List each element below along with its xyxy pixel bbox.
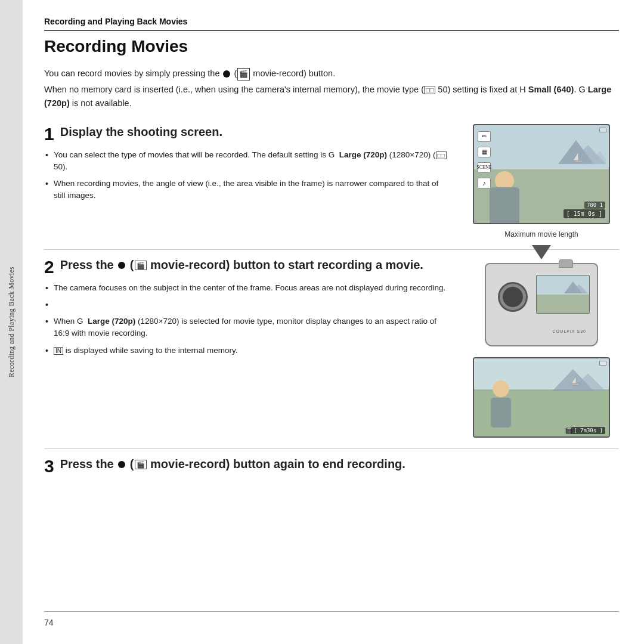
record-btn-icon-2 (118, 262, 125, 269)
step-1-right: ✏ ▦ SCENE ♪ 780 1 [ 15m 0s ] Maximum mov… (464, 124, 619, 239)
sidebar: Recording and Playing Back Movies (0, 0, 23, 644)
step-3-row: 3 Press the (🎬 movie-record) button agai… (44, 456, 619, 481)
widescreen-sailboat-icon (570, 376, 582, 386)
intro-line1: You can record movies by simply pressing… (44, 67, 619, 80)
camera-top-button (559, 259, 573, 268)
movie-icon-2: 🎬 (135, 261, 147, 270)
music-icon: ♪ (478, 178, 491, 188)
camera-body-container: COOLPIX S30 (473, 257, 610, 352)
sailboat-icon (572, 152, 585, 163)
main-content: Recording and Playing Back Movies Record… (23, 0, 644, 644)
page-number: 74 (44, 618, 619, 627)
arrow-down-icon (532, 245, 551, 259)
camera-lens (498, 282, 528, 312)
step-1-bullet-2: When recording movies, the angle of view… (44, 178, 452, 202)
screen-caption-1: Maximum movie length (504, 230, 578, 239)
page-title: Recording Movies (44, 37, 619, 56)
corner-indicator (599, 128, 606, 132)
scene-icon: SCENE (478, 162, 491, 173)
top-rule (44, 30, 619, 31)
pencil-icon: ✏ (478, 131, 491, 142)
step-2-heading: 2 Press the (🎬 movie-record) button to s… (44, 257, 452, 276)
camera-screen-1: ✏ ▦ SCENE ♪ 780 1 [ 15m 0s ] (473, 124, 610, 224)
widescreen-person-icon (486, 377, 516, 436)
step-1-row: 1 Display the shooting screen. You can s… (44, 124, 619, 239)
step-1-left: 1 Display the shooting screen. You can s… (44, 124, 464, 239)
widescreen-scene: 🎬 [ 7m30s ] (474, 358, 609, 436)
intro-line2-text: When no memory card is inserted (i.e., w… (44, 85, 611, 108)
movie-icon-3: 🎬 (135, 460, 147, 469)
movie-icon-box: 🎬 (237, 68, 250, 80)
step-2-heading-text: Press the (🎬 movie-record) button to sta… (60, 258, 423, 271)
ws-timer: [ 7m30s ] (571, 427, 605, 434)
step-2-bullet-1: The camera focuses on the subject in the… (44, 282, 452, 294)
step-divider-2 (44, 448, 619, 449)
record-button-icon (223, 70, 230, 78)
step-1-number: 1 (44, 125, 54, 143)
grid-icon: ▦ (478, 147, 491, 157)
step-2-right: COOLPIX S30 (464, 257, 619, 438)
camera-wrapper: COOLPIX S30 (485, 263, 598, 346)
steps-area: 1 Display the shooting screen. You can s… (44, 113, 619, 627)
step-1-heading: 1 Display the shooting screen. (44, 124, 452, 143)
section-header: Recording and Playing Back Movies (44, 17, 619, 26)
step-3-number: 3 (44, 457, 54, 475)
ws-corner-indicator (599, 361, 606, 366)
step-3-heading-text: Press the (🎬 movie-record) button again … (60, 457, 405, 470)
page: Recording and Playing Back Movies Record… (0, 0, 644, 644)
camera-small-screen (536, 275, 590, 314)
camera-screen-widescreen: 🎬 [ 7m30s ] (473, 357, 610, 438)
step-2-bullet-4: IN is displayed while saving to the inte… (44, 345, 452, 357)
bottom-rule (44, 611, 619, 612)
step-1-bullet-1: You can select the type of movies that w… (44, 149, 452, 174)
step-2-left: 2 Press the (🎬 movie-record) button to s… (44, 257, 464, 438)
camera-body: COOLPIX S30 (485, 263, 598, 346)
record-btn-icon-3 (118, 461, 125, 468)
svg-marker-9 (571, 376, 576, 383)
svg-rect-12 (491, 398, 511, 428)
frame-count: 780 1 (584, 202, 605, 209)
svg-rect-10 (572, 383, 580, 385)
step-1-bullets: You can select the type of movies that w… (44, 149, 452, 202)
sidebar-label: Recording and Playing Back Movies (8, 267, 15, 377)
person-body (490, 187, 519, 223)
intro-line2: When no memory card is inserted (i.e., w… (44, 83, 619, 110)
step-3-left: 3 Press the (🎬 movie-record) button agai… (44, 456, 619, 481)
svg-point-11 (493, 380, 509, 397)
movie-icon-inline: (🎬 movie-record) button. (234, 69, 336, 78)
small-mountain-icon (564, 278, 588, 293)
step-2-number: 2 (44, 258, 54, 276)
intro-text-start: You can record movies by simply pressing… (44, 69, 222, 78)
step-2-row: 2 Press the (🎬 movie-record) button to s… (44, 257, 619, 438)
step-2-bullet-3: When G Large (720p) (1280×720) is select… (44, 315, 452, 340)
svg-marker-3 (573, 152, 578, 160)
step-3-heading: 3 Press the (🎬 movie-record) button agai… (44, 456, 607, 475)
camera-lens-inner (503, 287, 523, 307)
camera-brand-label: COOLPIX S30 (552, 329, 586, 333)
screen-icons-left: ✏ ▦ SCENE ♪ (478, 131, 491, 188)
step-2-bullet-2 (44, 299, 452, 311)
svg-rect-4 (574, 160, 583, 162)
step-2-bullets: The camera focuses on the subject in the… (44, 282, 452, 357)
timer-display: [ 15m 0s ] (564, 209, 605, 218)
